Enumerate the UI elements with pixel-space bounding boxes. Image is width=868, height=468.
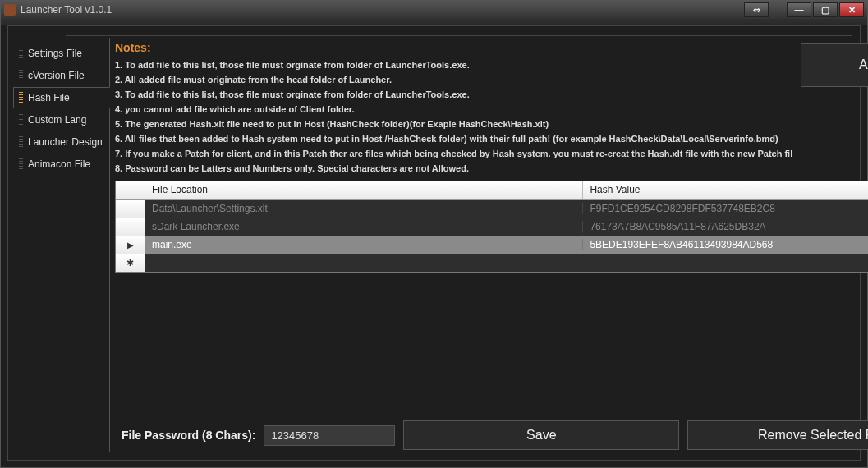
- add-file-label: Add File: [859, 57, 868, 72]
- note-line: 4. you cannot add file which are outside…: [115, 102, 792, 117]
- note-line: 7. If you make a Patch for client, and i…: [115, 146, 792, 161]
- cell-file-location[interactable]: sDark Launcher.exe: [145, 221, 583, 232]
- bottom-bar: File Password (8 Chars): Save Remove Sel…: [115, 415, 868, 452]
- swap-button[interactable]: ⇔: [744, 2, 769, 17]
- note-line: 2. All added file must originate from th…: [115, 72, 792, 87]
- row-selector[interactable]: [116, 236, 145, 254]
- tab-custom-lang[interactable]: Custom Lang: [13, 109, 110, 131]
- tab-animacon-file[interactable]: Animacon File: [13, 154, 110, 175]
- table-row-new[interactable]: [116, 254, 868, 272]
- window-controls: ⇔ — ▢ ✕: [744, 2, 864, 17]
- add-file-button[interactable]: Add File: [801, 43, 868, 87]
- remove-label: Remove Selected Files: [758, 428, 868, 443]
- window-title: Launcher Tool v1.0.1: [21, 4, 112, 16]
- cell-hash-value[interactable]: F9FD1CE9254CD8298FDF537748EB2C8: [583, 203, 868, 214]
- note-line: 5. The generated Hash.xlt file need to p…: [115, 117, 792, 131]
- notes-block: Notes: 1. To add file to this list, thos…: [115, 41, 801, 176]
- note-line: 1. To add file to this list, those file …: [115, 57, 792, 72]
- tab-label: cVersion File: [28, 70, 85, 81]
- row-selector[interactable]: [116, 218, 145, 236]
- close-button[interactable]: ✕: [839, 2, 864, 17]
- tab-label: Custom Lang: [28, 114, 86, 126]
- file-grid[interactable]: File Location Hash Value Data\Launcher\S…: [115, 181, 868, 273]
- note-line: 3. To add file to this list, those file …: [115, 87, 792, 102]
- table-row[interactable]: Data\Launcher\Settings.xlt F9FD1CE9254CD…: [116, 200, 868, 218]
- note-line: 8. Password can be Latters and Numbers o…: [115, 161, 792, 176]
- remove-selected-button[interactable]: Remove Selected Files: [687, 420, 868, 450]
- password-label: File Password (8 Chars):: [122, 429, 255, 442]
- row-selector[interactable]: [116, 200, 145, 218]
- save-label: Save: [526, 428, 556, 443]
- content-frame: Settings File cVersion File Hash File Cu…: [7, 25, 861, 461]
- tab-label: Settings File: [28, 48, 82, 59]
- save-button[interactable]: Save: [403, 420, 679, 450]
- tab-cversion-file[interactable]: cVersion File: [13, 65, 110, 86]
- tab-hash-file[interactable]: Hash File: [13, 87, 110, 108]
- cell-file-location[interactable]: main.exe: [145, 239, 583, 250]
- main-panel: Notes: 1. To add file to this list, thos…: [109, 38, 868, 452]
- minimize-button[interactable]: —: [787, 2, 811, 17]
- tab-launcher-design[interactable]: Launcher Design: [13, 131, 110, 153]
- col-file-location[interactable]: File Location: [145, 181, 583, 199]
- row-selector[interactable]: [116, 254, 145, 272]
- titlebar[interactable]: Launcher Tool v1.0.1 ⇔ — ▢ ✕: [1, 1, 867, 19]
- notes-title: Notes:: [115, 41, 792, 54]
- note-line: 6. All files that been added to Hash sys…: [115, 131, 792, 146]
- col-hash-value[interactable]: Hash Value: [583, 181, 868, 199]
- tab-label: Launcher Design: [28, 136, 103, 148]
- cell-hash-value[interactable]: 5BEDE193EFEF8AB46113493984AD568: [583, 239, 868, 250]
- tab-label: Hash File: [28, 92, 70, 103]
- cell-file-location[interactable]: Data\Launcher\Settings.xlt: [145, 203, 583, 214]
- grid-header: File Location Hash Value: [116, 181, 868, 200]
- app-window: Launcher Tool v1.0.1 ⇔ — ▢ ✕ Settings Fi…: [0, 0, 868, 468]
- maximize-button[interactable]: ▢: [813, 2, 838, 17]
- sidebar: Settings File cVersion File Hash File Cu…: [13, 38, 110, 452]
- table-row[interactable]: sDark Launcher.exe 76173A7B8AC9585A11F87…: [116, 218, 868, 236]
- table-row[interactable]: main.exe 5BEDE193EFEF8AB46113493984AD568: [116, 236, 868, 254]
- tab-strip-top: [66, 26, 852, 36]
- tab-settings-file[interactable]: Settings File: [13, 43, 110, 64]
- password-input[interactable]: [264, 425, 395, 446]
- app-icon: [4, 4, 16, 16]
- tab-label: Animacon File: [28, 158, 90, 170]
- cell-hash-value[interactable]: 76173A7B8AC9585A11F87A625DB32A: [583, 221, 868, 232]
